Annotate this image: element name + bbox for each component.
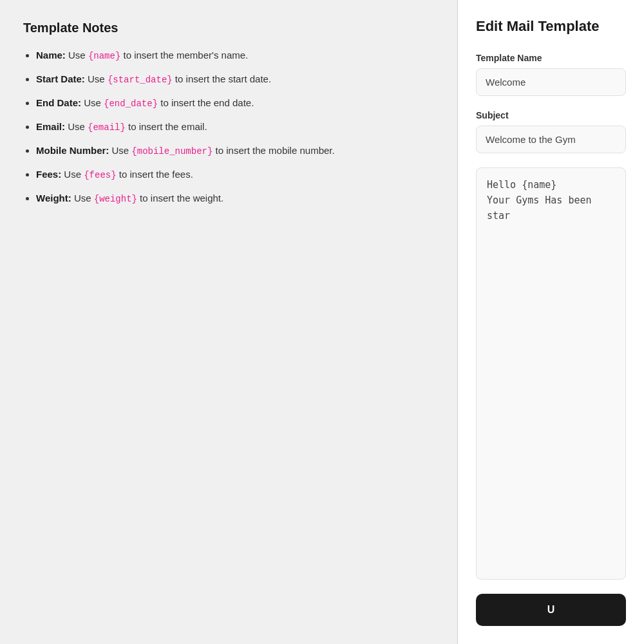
note-label: Name: bbox=[36, 50, 66, 61]
note-label: Email: bbox=[36, 121, 65, 132]
page-title: Edit Mail Template bbox=[476, 18, 626, 35]
body-textarea[interactable]: Hello {name} Your Gyms Has been star bbox=[476, 167, 626, 580]
left-panel: Template Notes Name: Use {name} to inser… bbox=[0, 0, 457, 644]
note-item: Fees: Use {fees} to insert the fees. bbox=[36, 167, 434, 182]
note-label: Fees: bbox=[36, 169, 61, 180]
note-item: End Date: Use {end_date} to insert the e… bbox=[36, 96, 434, 111]
notes-title: Template Notes bbox=[23, 21, 434, 35]
note-item: Mobile Number: Use {mobile_number} to in… bbox=[36, 144, 434, 158]
note-label: Weight: bbox=[36, 193, 71, 204]
note-item: Email: Use {email} to insert the email. bbox=[36, 120, 434, 135]
note-placeholder: {mobile_number} bbox=[131, 146, 213, 156]
right-panel: Edit Mail Template Template Name Subject… bbox=[458, 0, 644, 644]
note-placeholder: {name} bbox=[88, 51, 120, 61]
note-item: Start Date: Use {start_date} to insert t… bbox=[36, 72, 434, 87]
note-placeholder: {end_date} bbox=[104, 99, 158, 109]
template-name-input[interactable] bbox=[476, 68, 626, 96]
note-placeholder: {start_date} bbox=[108, 75, 173, 85]
note-placeholder: {weight} bbox=[94, 194, 137, 204]
update-button[interactable]: U bbox=[476, 594, 626, 626]
note-label: Start Date: bbox=[36, 73, 85, 84]
template-name-label: Template Name bbox=[476, 53, 626, 63]
subject-input[interactable] bbox=[476, 126, 626, 153]
note-label: Mobile Number: bbox=[36, 145, 109, 156]
subject-label: Subject bbox=[476, 110, 626, 120]
note-placeholder: {email} bbox=[88, 122, 126, 133]
note-item: Name: Use {name} to insert the member's … bbox=[36, 48, 434, 63]
note-placeholder: {fees} bbox=[84, 170, 116, 180]
notes-list: Name: Use {name} to insert the member's … bbox=[23, 48, 434, 206]
note-label: End Date: bbox=[36, 97, 81, 108]
note-item: Weight: Use {weight} to insert the weigh… bbox=[36, 191, 434, 206]
